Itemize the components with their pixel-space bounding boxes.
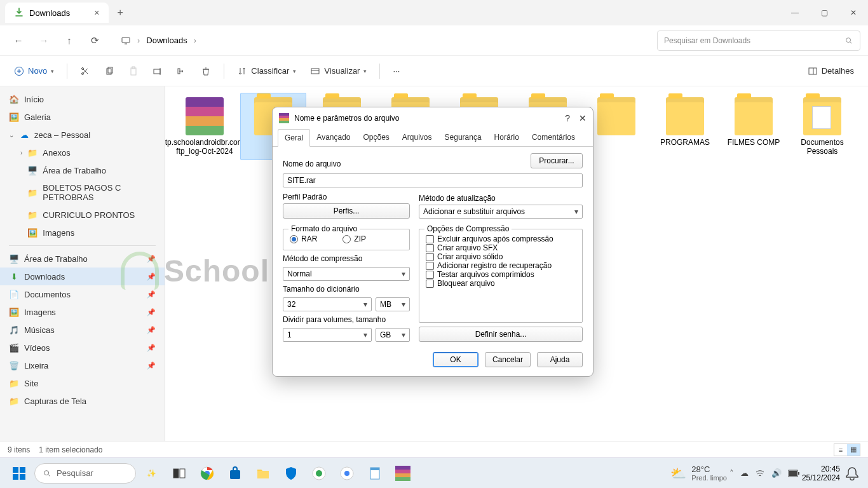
view-mode-toggle[interactable]: ≡ ▦ — [834, 444, 860, 456]
breadcrumb-current[interactable]: Downloads — [146, 36, 187, 45]
maximize-button[interactable]: ▢ — [810, 0, 839, 25]
tab-arquivos[interactable]: Arquivos — [396, 129, 438, 146]
copy-button[interactable] — [99, 62, 119, 80]
tab-avancado[interactable]: Avançado — [310, 129, 356, 146]
sidebar-item-imagens[interactable]: ›🖼️Imagens — [0, 224, 165, 241]
sidebar-item-boletos[interactable]: ›📁BOLETOS PAGOS C PETROBRAS — [0, 179, 165, 206]
start-button[interactable] — [6, 461, 32, 486]
forward-button[interactable]: → — [33, 30, 55, 51]
new-button[interactable]: Novo ▾ — [9, 62, 59, 80]
list-view-icon[interactable]: ≡ — [834, 444, 847, 456]
tab-close-icon[interactable]: × — [94, 8, 99, 18]
explorer-button[interactable] — [250, 461, 276, 486]
system-tray[interactable]: ˄ ☁ 🔊 — [729, 468, 799, 478]
rename-button[interactable] — [147, 62, 168, 80]
split-size-select[interactable]: 1 — [283, 328, 372, 342]
sidebar-quick-site[interactable]: 📁Site — [0, 374, 165, 392]
format-rar-radio[interactable]: RAR — [290, 234, 317, 243]
window-tab-downloads[interactable]: Downloads × — [5, 3, 109, 23]
notepad-button[interactable] — [362, 461, 388, 486]
battery-icon[interactable] — [788, 470, 799, 477]
cut-button[interactable] — [75, 62, 95, 80]
tab-opcoes[interactable]: Opções — [357, 129, 396, 146]
sidebar-quick-pictures[interactable]: 🖼️Imagens📌 — [0, 303, 165, 321]
tab-geral[interactable]: Geral — [278, 129, 310, 147]
security-button[interactable] — [278, 461, 304, 486]
sidebar-item-curriculo[interactable]: ›📁CURRICULO PRONTOS — [0, 206, 165, 224]
dialog-titlebar[interactable]: Nome e parâmetros do arquivo ? ✕ — [273, 107, 593, 129]
tab-comentarios[interactable]: Comentários — [526, 129, 581, 146]
tab-horario[interactable]: Horário — [488, 129, 526, 146]
paste-button[interactable] — [123, 62, 144, 80]
view-button[interactable]: Visualizar ▾ — [305, 62, 372, 80]
winrar-button[interactable] — [390, 461, 416, 486]
help-icon[interactable]: ? — [565, 113, 570, 123]
sidebar-item-desktop[interactable]: ›🖥️Área de Trabalho — [0, 161, 165, 179]
new-tab-button[interactable]: + — [118, 7, 123, 18]
file-item-programas[interactable]: PROGRAMAS — [652, 93, 718, 160]
cancel-button[interactable]: Cancelar — [485, 352, 531, 367]
compression-method-select[interactable]: Normal — [283, 267, 410, 281]
set-password-button[interactable]: Definir senha... — [419, 327, 583, 342]
file-item-filmes[interactable]: FILMES COMP — [721, 93, 787, 160]
browse-button[interactable]: Procurar... — [531, 153, 583, 168]
close-icon[interactable]: ✕ — [579, 113, 587, 123]
dictionary-unit-select[interactable]: MB — [376, 297, 410, 311]
dictionary-size-select[interactable]: 32 — [283, 297, 372, 311]
opt-test-checkbox[interactable]: Testar arquivos comprimidos — [426, 270, 576, 279]
sort-button[interactable]: Classificar ▾ — [232, 62, 301, 80]
tab-seguranca[interactable]: Segurança — [438, 129, 488, 146]
file-item-rar[interactable]: ftp.schoolandroidbr.com-ftp_log-Oct-2024 — [172, 93, 238, 160]
taskbar-clock[interactable]: 20:45 25/12/2024 — [802, 464, 840, 482]
refresh-button[interactable]: ⟳ — [84, 30, 105, 51]
onedrive-tray-icon[interactable]: ☁ — [740, 468, 749, 478]
update-method-select[interactable]: Adicionar e substituir arquivos — [419, 205, 583, 219]
app-button-1[interactable] — [306, 461, 332, 486]
weather-widget[interactable]: ⛅ 28°C Pred. limpo — [670, 464, 727, 482]
sidebar-quick-desktop[interactable]: 🖥️Área de Trabalho📌 — [0, 250, 165, 268]
sidebar-quick-capturas[interactable]: 📁Capturas de Tela — [0, 392, 165, 410]
microsoft-store-button[interactable] — [222, 461, 248, 486]
sidebar-item-anexos[interactable]: ›📁Anexos — [0, 144, 165, 161]
copilot-button[interactable]: ✨ — [139, 461, 164, 486]
sidebar-quick-music[interactable]: 🎵Músicas📌 — [0, 321, 165, 339]
back-button[interactable]: ← — [8, 30, 29, 51]
ok-button[interactable]: OK — [433, 352, 478, 367]
taskbar-search[interactable]: Pesquisar — [34, 463, 136, 484]
filename-input[interactable] — [283, 173, 583, 187]
sidebar-quick-documents[interactable]: 📄Documentos📌 — [0, 285, 165, 303]
sidebar-quick-videos[interactable]: 🎬Vídeos📌 — [0, 339, 165, 356]
volume-icon[interactable]: 🔊 — [771, 468, 782, 478]
sidebar-quick-recycle[interactable]: 🗑️Lixeira📌 — [0, 356, 165, 374]
chrome-button[interactable] — [194, 461, 220, 486]
share-button[interactable] — [172, 62, 192, 80]
opt-lock-checkbox[interactable]: Bloquear arquivo — [426, 279, 576, 288]
help-button[interactable]: Ajuda — [537, 352, 583, 367]
sidebar-quick-downloads[interactable]: ⬇Downloads📌 — [0, 268, 165, 285]
search-input[interactable]: Pesquisar em Downloads — [657, 30, 860, 51]
app-button-2[interactable] — [334, 461, 360, 486]
opt-delete-checkbox[interactable]: Excluir arquivos após compressão — [426, 234, 576, 243]
opt-recovery-checkbox[interactable]: Adicionar registro de recuperação — [426, 261, 576, 270]
file-item-documentos-pessoais[interactable]: Documentos Pessoais — [789, 93, 855, 160]
delete-button[interactable] — [196, 62, 216, 80]
notifications-button[interactable] — [843, 461, 862, 486]
profiles-button[interactable]: Perfis... — [283, 203, 410, 219]
minimize-button[interactable]: — — [780, 0, 810, 25]
details-pane-button[interactable]: Detalhes — [803, 62, 859, 80]
opt-sfx-checkbox[interactable]: Criar arquivo SFX — [426, 243, 576, 252]
grid-view-icon[interactable]: ▦ — [847, 444, 860, 456]
sidebar-onedrive[interactable]: ⌄☁zeca – Pessoal — [0, 126, 165, 144]
chevron-up-icon[interactable]: ˄ — [729, 468, 734, 478]
task-view-button[interactable] — [166, 461, 192, 486]
sidebar-gallery[interactable]: 🖼️Galeria — [0, 108, 165, 126]
format-zip-radio[interactable]: ZIP — [342, 234, 366, 243]
split-unit-select[interactable]: GB — [376, 328, 410, 342]
wifi-icon[interactable] — [755, 468, 765, 478]
sidebar-home[interactable]: 🏠Início — [0, 90, 165, 108]
more-button[interactable]: ··· — [388, 62, 405, 79]
breadcrumb[interactable]: › Downloads › — [114, 32, 203, 50]
up-button[interactable]: ↑ — [58, 30, 80, 51]
close-button[interactable]: ✕ — [839, 0, 868, 25]
opt-solid-checkbox[interactable]: Criar arquivo sólido — [426, 252, 576, 261]
